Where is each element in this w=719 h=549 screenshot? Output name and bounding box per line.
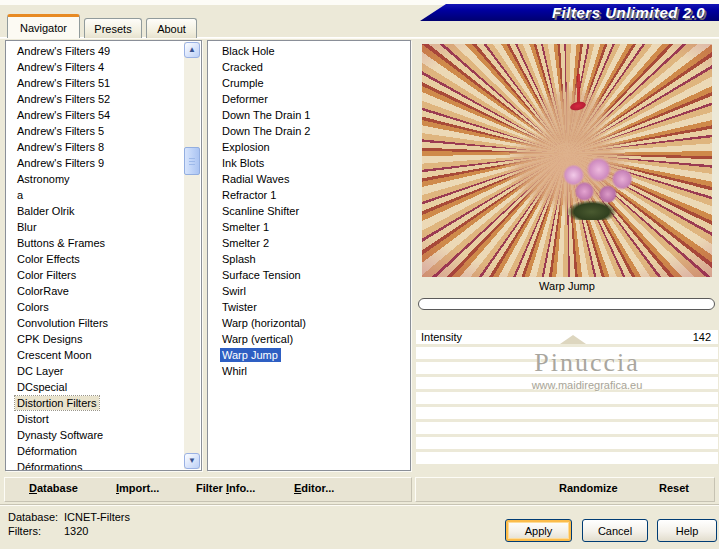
import-menu-item[interactable]: Import... (116, 482, 159, 494)
scrollbar-thumb[interactable] (184, 147, 200, 175)
database-status-value: ICNET-Filters (64, 511, 130, 523)
menu-text: atabase (37, 482, 78, 494)
list-item[interactable]: ColorRave (6, 283, 184, 299)
randomize-menu-item[interactable]: Randomize (559, 482, 618, 494)
list-item[interactable]: DC Layer (6, 363, 184, 379)
menu-accel: D (29, 482, 37, 494)
list-item[interactable]: Déformations (6, 459, 184, 471)
list-item[interactable]: Andrew's Filters 9 (6, 155, 184, 171)
reset-menu-item[interactable]: Reset (659, 482, 689, 494)
list-item[interactable]: Andrew's Filters 52 (6, 91, 184, 107)
list-item[interactable]: Colors (6, 299, 184, 315)
list-item[interactable]: Color Filters (6, 267, 184, 283)
param-strip (416, 377, 718, 389)
cancel-button[interactable]: Cancel (582, 519, 648, 542)
list-item[interactable]: Smelter 2 (208, 235, 410, 251)
list-item[interactable]: Warp (vertical) (208, 331, 410, 347)
list-item[interactable]: Andrew's Filters 51 (6, 75, 184, 91)
filter-info-menu-item[interactable]: Filter Info... (196, 482, 255, 494)
tab-about[interactable]: About (146, 18, 197, 38)
red-streak (577, 74, 580, 105)
apply-button[interactable]: Apply (505, 519, 572, 542)
list-item[interactable]: Andrew's Filters 4 (6, 59, 184, 75)
list-item[interactable]: Déformation (6, 443, 184, 459)
filters-status-label: Filters: (8, 525, 41, 537)
list-item[interactable]: Twister (208, 299, 410, 315)
editor-menu-item[interactable]: Editor... (294, 482, 334, 494)
list-item[interactable]: DCspecial (6, 379, 184, 395)
list-item[interactable]: Whirl (208, 363, 410, 379)
flower-bouquet (552, 152, 642, 220)
database-status-label: Database: (8, 511, 58, 523)
param-strip (416, 362, 718, 374)
list-item[interactable]: Warp Jump (208, 347, 410, 363)
scroll-up-icon[interactable]: ▲ (184, 42, 200, 58)
list-item[interactable]: Refractor 1 (208, 187, 410, 203)
list-item[interactable]: Warp (horizontal) (208, 315, 410, 331)
list-item[interactable]: Scanline Shifter (208, 203, 410, 219)
preview-image[interactable] (422, 44, 712, 277)
list-item[interactable]: Convolution Filters (6, 315, 184, 331)
divider (0, 504, 719, 506)
menu-text: ditor... (301, 482, 334, 494)
menu-text: Filter (196, 482, 226, 494)
list-item[interactable]: Andrew's Filters 5 (6, 123, 184, 139)
list-item[interactable]: Blur (6, 219, 184, 235)
list-item[interactable]: Andrew's Filters 8 (6, 139, 184, 155)
list-item[interactable]: Deformer (208, 91, 410, 107)
filters-status-value: 1320 (64, 525, 88, 537)
list-item[interactable]: Surface Tension (208, 267, 410, 283)
category-listbox[interactable]: Andrew's Filters 49Andrew's Filters 4And… (5, 40, 202, 471)
app-banner: Filters Unlimited 2.0 (420, 4, 719, 21)
list-item[interactable]: Andrew's Filters 54 (6, 107, 184, 123)
list-item[interactable]: Distortion Filters (6, 395, 184, 411)
param-strip (416, 347, 718, 359)
app-title: Filters Unlimited 2.0 (552, 4, 705, 21)
list-item[interactable]: Radial Waves (208, 171, 410, 187)
intensity-slider-thumb[interactable] (560, 335, 586, 344)
tab-navigator[interactable]: Navigator (7, 14, 80, 38)
list-item[interactable]: Explosion (208, 139, 410, 155)
list-item[interactable]: Ink Blots (208, 155, 410, 171)
list-item[interactable]: a (6, 187, 184, 203)
list-item[interactable]: Balder Olrik (6, 203, 184, 219)
filter-list-items: Black HoleCrackedCrumpleDeformerDown The… (208, 43, 410, 379)
list-item[interactable]: Astronomy (6, 171, 184, 187)
list-item[interactable]: Down The Drain 2 (208, 123, 410, 139)
filters-unlimited-dialog: { "window": { "banner_title": "Filters U… (0, 0, 719, 549)
database-menu-item[interactable]: Database (29, 482, 78, 494)
list-item[interactable]: Swirl (208, 283, 410, 299)
param-strip (416, 437, 718, 449)
scroll-down-icon[interactable]: ▼ (184, 453, 200, 469)
category-list-items: Andrew's Filters 49Andrew's Filters 4And… (6, 43, 184, 471)
param-strip (416, 452, 718, 464)
menu-text: nfo... (229, 482, 255, 494)
list-item[interactable]: Distort (6, 411, 184, 427)
param-strip (416, 422, 718, 434)
slider-label: Intensity (421, 331, 462, 343)
tab-navigator-label: Navigator (20, 22, 67, 34)
list-item[interactable]: Dynasty Software (6, 427, 184, 443)
list-item[interactable]: Down The Drain 1 (208, 107, 410, 123)
tab-presets[interactable]: Presets (84, 18, 142, 38)
slider-value: 142 (693, 331, 711, 343)
list-item[interactable]: Buttons & Frames (6, 235, 184, 251)
list-item[interactable]: Black Hole (208, 43, 410, 59)
list-item[interactable]: Splash (208, 251, 410, 267)
param-strip (416, 392, 718, 404)
help-button[interactable]: Help (657, 519, 717, 542)
progress-bar (418, 298, 715, 310)
list-item[interactable]: Cracked (208, 59, 410, 75)
list-item[interactable]: CPK Designs (6, 331, 184, 347)
right-toolbar: Randomize Reset (415, 477, 715, 502)
list-item[interactable]: Color Effects (6, 251, 184, 267)
list-item[interactable]: Crumple (208, 75, 410, 91)
clipped-text-fragment: ··· ········ ···· · · ·· (2, 0, 111, 3)
list-item[interactable]: Crescent Moon (6, 347, 184, 363)
list-item[interactable]: Andrew's Filters 49 (6, 43, 184, 59)
preview-caption: Warp Jump (415, 278, 719, 295)
param-strip (416, 407, 718, 419)
filter-listbox[interactable]: Black HoleCrackedCrumpleDeformerDown The… (207, 40, 411, 471)
list-item[interactable]: Smelter 1 (208, 219, 410, 235)
category-scrollbar[interactable]: ▲ ▼ (184, 42, 200, 469)
